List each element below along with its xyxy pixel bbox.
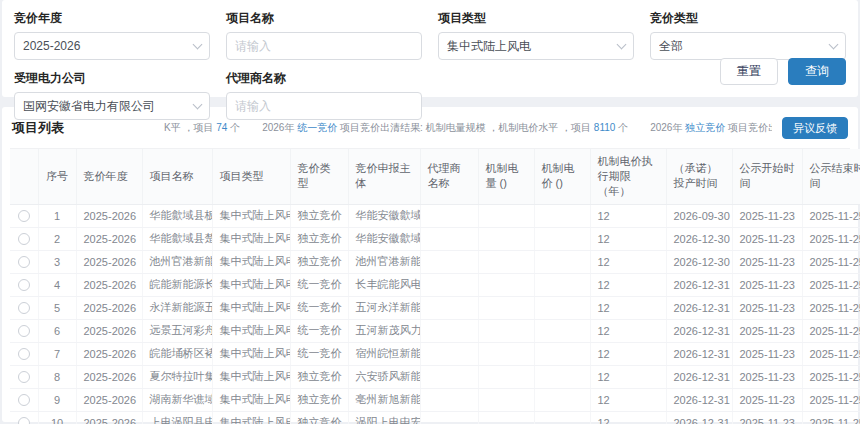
table-row: 52025-2026永洋新能源五...集中式陆上风电统一竞价五河永洋新能...1…	[10, 296, 860, 319]
stats-link[interactable]: 统一竞价	[297, 122, 337, 133]
cell-term: 12	[590, 342, 666, 365]
cell-agent	[420, 365, 478, 388]
cell-price	[534, 411, 590, 424]
cell-seq: 3	[38, 250, 76, 273]
cell-year: 2025-2026	[76, 273, 142, 296]
project-name-input[interactable]	[226, 32, 422, 60]
stats-link[interactable]: 74	[216, 122, 227, 133]
field-bid-type: 竞价类型 全部	[650, 10, 846, 60]
bid-type-label: 竞价类型	[650, 10, 846, 27]
cell-type: 集中式陆上风电	[212, 411, 290, 424]
row-radio-cell	[10, 411, 38, 424]
clearing-stats: K平 ，项目 74 个2026年 统一竞价 项目竞价出清结果: 机制电量规模 ，…	[164, 121, 772, 135]
cell-pub_end: 2025-11-25	[802, 411, 860, 424]
cell-year: 2025-2026	[76, 365, 142, 388]
cell-prod_time: 2026-12-31	[666, 388, 732, 411]
cell-bid_type: 独立竞价	[290, 411, 348, 424]
list-title: 项目列表	[12, 119, 64, 137]
field-power-company: 受理电力公司 国网安徽省电力有限公司	[14, 70, 210, 120]
bid-year-select[interactable]: 2025-2026	[14, 32, 210, 60]
cell-price	[534, 342, 590, 365]
cell-pub_end: 2025-11-25	[802, 227, 860, 250]
cell-seq: 9	[38, 388, 76, 411]
cell-prod_time: 2026-09-30	[666, 204, 732, 227]
row-radio[interactable]	[18, 210, 30, 222]
cell-pub_end: 2025-11-25	[802, 250, 860, 273]
row-radio[interactable]	[18, 371, 30, 383]
field-bid-year: 竞价年度 2025-2026	[14, 10, 210, 60]
row-radio[interactable]	[18, 348, 30, 360]
row-radio[interactable]	[18, 302, 30, 314]
cell-type: 集中式陆上风电	[212, 204, 290, 227]
cell-type: 集中式陆上风电	[212, 296, 290, 319]
power-company-select[interactable]: 国网安徽省电力有限公司	[14, 92, 210, 120]
cell-prod_time: 2026-12-30	[666, 227, 732, 250]
stats-text: 个	[615, 122, 628, 133]
cell-pub_end: 2025-11-25	[802, 365, 860, 388]
bid-type-select[interactable]: 全部	[650, 32, 846, 60]
cell-prod_time: 2026-12-31	[666, 411, 732, 424]
cell-applicant: 华能安徽歙域...	[348, 227, 420, 250]
cell-term: 12	[590, 319, 666, 342]
stats-link[interactable]: 8110	[594, 122, 616, 133]
cell-price	[534, 227, 590, 250]
cell-type: 集中式陆上风电	[212, 319, 290, 342]
cell-prod_time: 2026-12-31	[666, 342, 732, 365]
agent-name-input[interactable]	[226, 92, 422, 120]
project-list-panel: 项目列表 K平 ，项目 74 个2026年 统一竞价 项目竞价出清结果: 机制电…	[2, 107, 858, 422]
stats-link[interactable]: 独立竞价	[685, 122, 725, 133]
cell-energy	[478, 250, 534, 273]
row-radio[interactable]	[18, 279, 30, 291]
cell-prod_time: 2026-12-31	[666, 273, 732, 296]
cell-pub_start: 2025-11-23	[732, 250, 802, 273]
stats-group: 2026年 独立竞价 项目竞价出清结果: 机制	[650, 122, 772, 133]
cell-energy	[478, 296, 534, 319]
row-radio-cell	[10, 204, 38, 227]
cell-name: 湖南新华谯域...	[142, 388, 212, 411]
stats-group: K平 ，项目 74 个	[164, 122, 240, 133]
project-type-select[interactable]: 集中式陆上风电	[438, 32, 634, 60]
row-radio[interactable]	[18, 256, 30, 268]
query-button[interactable]: 查询	[788, 58, 846, 85]
row-radio[interactable]	[18, 325, 30, 337]
cell-applicant: 池州官港新能...	[348, 250, 420, 273]
cell-year: 2025-2026	[76, 296, 142, 319]
reset-button[interactable]: 重置	[720, 58, 778, 85]
cell-energy	[478, 227, 534, 250]
cell-year: 2025-2026	[76, 250, 142, 273]
row-radio[interactable]	[18, 417, 30, 424]
table-row: 12025-2026华能歙域县板...集中式陆上风电独立竞价华能安徽歙域...1…	[10, 204, 860, 227]
cell-energy	[478, 365, 534, 388]
cell-energy	[478, 319, 534, 342]
cell-energy	[478, 204, 534, 227]
column-header-seq: 序号	[38, 149, 76, 204]
row-radio[interactable]	[18, 233, 30, 245]
cell-prod_time: 2026-12-30	[666, 250, 732, 273]
cell-applicant: 长丰皖能风电...	[348, 273, 420, 296]
cell-type: 集中式陆上风电	[212, 273, 290, 296]
bid-year-value: 2025-2026	[23, 39, 194, 53]
cell-pub_start: 2025-11-23	[732, 388, 802, 411]
cell-energy	[478, 273, 534, 296]
project-name-label: 项目名称	[226, 10, 422, 27]
cell-type: 集中式陆上风电	[212, 250, 290, 273]
column-header-prod_time: （承诺）投产时间	[666, 149, 732, 204]
cell-bid_type: 独立竞价	[290, 250, 348, 273]
cell-prod_time: 2026-12-31	[666, 319, 732, 342]
cell-bid_type: 统一竞价	[290, 296, 348, 319]
cell-applicant: 涡阳上电申宏...	[348, 411, 420, 424]
table-row: 62025-2026远景五河彩舟...集中式陆上风电统一竞价五河新茂风力...1…	[10, 319, 860, 342]
table-row: 72025-2026皖能埇桥区褚...集中式陆上风电统一竞价宿州皖恒新能...1…	[10, 342, 860, 365]
table-row: 22025-2026华能歙域县楚...集中式陆上风电独立竞价华能安徽歙域...1…	[10, 227, 860, 250]
chevron-down-icon	[193, 39, 203, 49]
cell-price	[534, 204, 590, 227]
cell-pub_end: 2025-11-25	[802, 319, 860, 342]
cell-name: 池州官港新能...	[142, 250, 212, 273]
agent-name-label: 代理商名称	[226, 70, 422, 87]
chevron-down-icon	[617, 39, 627, 49]
row-radio[interactable]	[18, 394, 30, 406]
cell-term: 12	[590, 250, 666, 273]
table-row: 82025-2026夏尔特拉叶集...集中式陆上风电独立竞价六安骄风新能...1…	[10, 365, 860, 388]
cell-energy	[478, 411, 534, 424]
objection-feedback-button[interactable]: 异议反馈	[782, 117, 848, 139]
